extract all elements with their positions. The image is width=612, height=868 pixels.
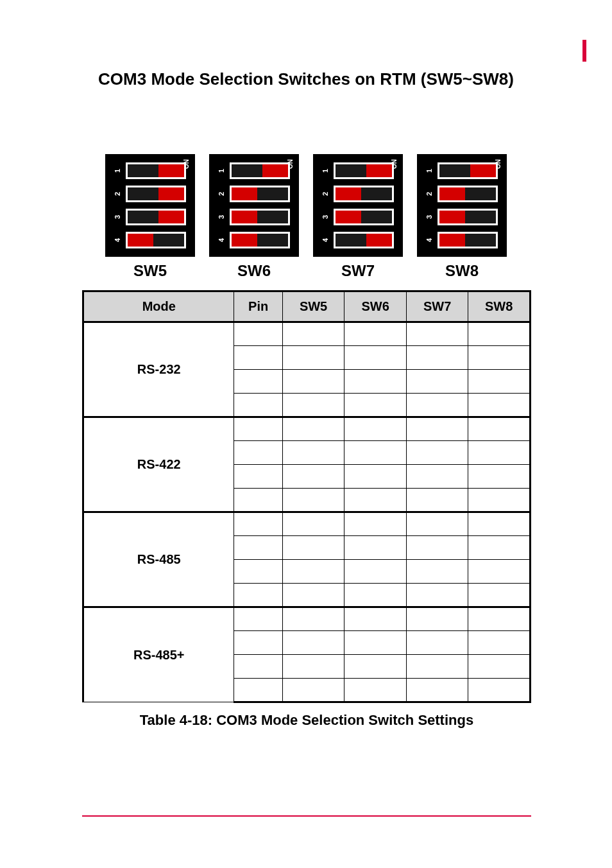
table-cell — [406, 631, 468, 655]
dip-pin-label: 4 — [217, 234, 225, 246]
dip-pin-label: 4 — [321, 234, 329, 246]
table-cell — [406, 655, 468, 679]
table-cell — [406, 679, 468, 702]
table-cell — [282, 417, 344, 441]
mode-cell: RS-232 — [83, 322, 234, 417]
table-cell — [234, 346, 282, 370]
table-cell — [234, 631, 282, 655]
table-cell — [282, 536, 344, 560]
switch-label: SW7 — [313, 262, 403, 280]
table-cell — [406, 370, 468, 394]
dip-slider — [439, 187, 465, 200]
table-cell — [468, 394, 531, 417]
dip-pin-label: 3 — [425, 211, 433, 223]
dip-pin-label: 2 — [321, 188, 329, 200]
settings-table: Mode Pin SW5 SW6 SW7 SW8 RS-232RS-422RS-… — [82, 290, 531, 703]
col-sw8: SW8 — [468, 291, 531, 322]
table-cell — [234, 679, 282, 702]
table-cell — [468, 584, 531, 607]
dip-pin-label: 3 — [217, 211, 225, 223]
table-cell — [344, 394, 407, 417]
dip-slider — [439, 211, 465, 223]
table-cell — [406, 346, 468, 370]
switch-label: SW6 — [209, 262, 299, 280]
table-cell — [406, 417, 468, 441]
dip-pin-label: 2 — [425, 188, 433, 200]
dip-slot — [126, 186, 186, 202]
dip-pin-label: 2 — [114, 188, 121, 200]
table-cell — [282, 441, 344, 465]
dip-switch-sw8: ON 1 2 3 4 SW8 — [417, 154, 507, 280]
dip-switch-body: ON 1 2 3 4 — [209, 154, 299, 257]
dip-pin-label: 1 — [217, 165, 225, 177]
dip-slot — [334, 186, 394, 202]
dip-slot — [438, 232, 498, 248]
table-cell — [406, 489, 468, 512]
table-cell — [468, 607, 531, 631]
table-cell — [234, 655, 282, 679]
table-cell — [282, 679, 344, 702]
dip-pin-label: 3 — [321, 211, 329, 223]
table-cell — [234, 417, 282, 441]
table-cell — [282, 607, 344, 631]
table-cell — [344, 441, 407, 465]
table-cell — [468, 655, 531, 679]
dip-slider — [158, 164, 184, 177]
table-cell — [234, 322, 282, 346]
table-cell — [468, 370, 531, 394]
table-cell — [344, 322, 407, 346]
dip-switch-sw7: ON 1 2 3 4 SW7 — [313, 154, 403, 280]
table-cell — [344, 465, 407, 489]
table-cell — [468, 631, 531, 655]
table-cell — [468, 441, 531, 465]
table-cell — [468, 346, 531, 370]
dip-slot — [230, 162, 290, 179]
table-cell — [406, 394, 468, 417]
switch-label: SW5 — [105, 262, 195, 280]
settings-table-wrap: Mode Pin SW5 SW6 SW7 SW8 RS-232RS-422RS-… — [82, 290, 531, 729]
dip-slider — [232, 187, 257, 200]
dip-slot — [126, 162, 186, 179]
dip-slider — [366, 234, 392, 247]
dip-slider — [439, 234, 465, 247]
mode-cell: RS-422 — [83, 417, 234, 512]
table-cell — [468, 489, 531, 512]
dip-switch-row: ON 1 2 3 4 SW5 ON 1 2 3 4 SW6 ON 1 2 3 4… — [0, 154, 612, 280]
table-cell — [234, 465, 282, 489]
table-cell — [406, 560, 468, 584]
table-cell — [344, 417, 407, 441]
table-cell — [344, 655, 407, 679]
table-cell — [234, 560, 282, 584]
table-cell — [282, 489, 344, 512]
dip-switch-body: ON 1 2 3 4 — [105, 154, 195, 257]
table-cell — [468, 322, 531, 346]
dip-slider — [366, 164, 392, 177]
dip-slot — [230, 186, 290, 202]
table-cell — [344, 346, 407, 370]
dip-switch-body: ON 1 2 3 4 — [313, 154, 403, 257]
col-sw6: SW6 — [344, 291, 407, 322]
table-cell — [344, 584, 407, 607]
dip-slider — [158, 211, 184, 223]
table-cell — [468, 465, 531, 489]
dip-slider — [336, 187, 361, 200]
dip-pin-label: 4 — [114, 234, 121, 246]
dip-slider — [262, 164, 288, 177]
table-cell — [234, 512, 282, 536]
dip-slot — [230, 232, 290, 248]
dip-slider — [336, 211, 361, 223]
table-cell — [406, 607, 468, 631]
dip-pin-label: 1 — [321, 165, 329, 177]
table-cell — [282, 584, 344, 607]
dip-slot — [334, 232, 394, 248]
table-cell — [344, 489, 407, 512]
table-cell — [344, 512, 407, 536]
page-title: COM3 Mode Selection Switches on RTM (SW5… — [0, 69, 612, 89]
table-cell — [468, 512, 531, 536]
dip-pin-label: 2 — [217, 188, 225, 200]
table-cell — [406, 536, 468, 560]
mode-cell: RS-485 — [83, 512, 234, 607]
table-cell — [344, 370, 407, 394]
dip-switch-sw5: ON 1 2 3 4 SW5 — [105, 154, 195, 280]
footer-divider — [82, 815, 531, 817]
